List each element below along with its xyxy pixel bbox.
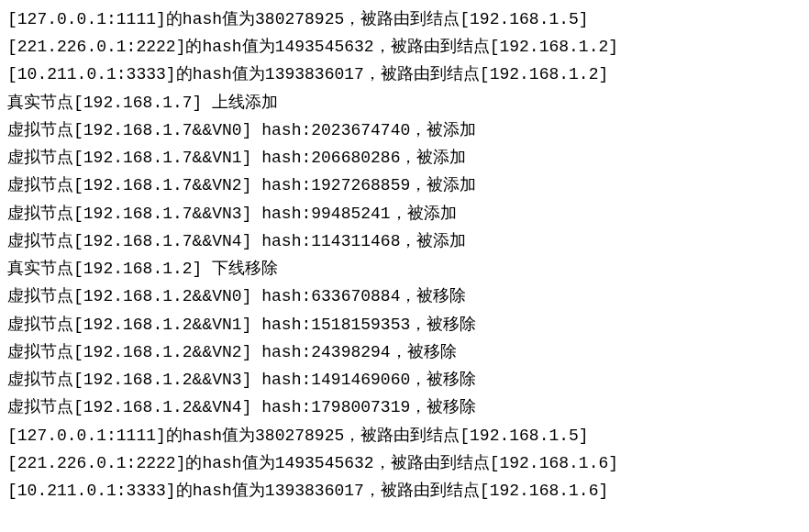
log-line: 虚拟节点[192.168.1.7&&VN4] hash:114311468，被添… — [7, 227, 802, 255]
log-line: 虚拟节点[192.168.1.2&&VN0] hash:633670884，被移… — [7, 283, 802, 310]
console-output: [127.0.0.1:1111]的hash值为380278925，被路由到结点[… — [7, 6, 802, 504]
log-line: 真实节点[192.168.1.2] 下线移除 — [7, 255, 802, 283]
log-line: 虚拟节点[192.168.1.7&&VN1] hash:206680286，被添… — [7, 144, 802, 172]
log-line: 虚拟节点[192.168.1.7&&VN2] hash:1927268859，被… — [7, 172, 802, 199]
log-line: 虚拟节点[192.168.1.7&&VN3] hash:99485241，被添加 — [7, 200, 802, 227]
log-line: [127.0.0.1:1111]的hash值为380278925，被路由到结点[… — [7, 422, 802, 449]
log-line: 虚拟节点[192.168.1.2&&VN4] hash:1798007319，被… — [7, 393, 802, 421]
log-line: [221.226.0.1:2222]的hash值为1493545632，被路由到… — [7, 449, 802, 477]
log-line: [221.226.0.1:2222]的hash值为1493545632，被路由到… — [7, 33, 802, 61]
log-line: [10.211.0.1:3333]的hash值为1393836017，被路由到结… — [7, 61, 802, 88]
log-line: 虚拟节点[192.168.1.2&&VN1] hash:1518159353，被… — [7, 311, 802, 338]
log-line: [10.211.0.1:3333]的hash值为1393836017，被路由到结… — [7, 477, 802, 504]
log-line: 虚拟节点[192.168.1.2&&VN2] hash:24398294，被移除 — [7, 338, 802, 366]
log-line: 虚拟节点[192.168.1.2&&VN3] hash:1491469060，被… — [7, 366, 802, 393]
log-line: 真实节点[192.168.1.7] 上线添加 — [7, 89, 802, 116]
log-line: [127.0.0.1:1111]的hash值为380278925，被路由到结点[… — [7, 6, 802, 33]
log-line: 虚拟节点[192.168.1.7&&VN0] hash:2023674740，被… — [7, 116, 802, 144]
